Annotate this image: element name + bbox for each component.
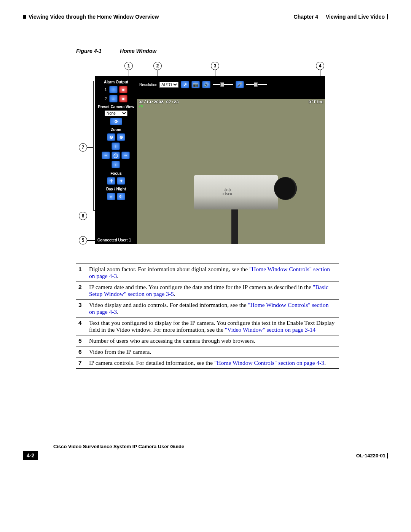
row-description: Video from the IP camera. xyxy=(87,347,339,358)
callout-5: 5 xyxy=(79,236,87,244)
footer-bar xyxy=(387,453,388,459)
zoom-in-icon[interactable]: ⊕ xyxy=(117,133,125,141)
footer-guide-title: Cisco Video Surveillance System IP Camer… xyxy=(23,444,388,449)
video-banner: Office xyxy=(308,100,323,104)
doc-id: OL-14220-01 xyxy=(356,453,386,459)
row-description: IP camera date and time. You configure t… xyxy=(87,282,339,300)
row-description: Text that you configured to display for … xyxy=(87,318,339,335)
daynight-title: Day / Night xyxy=(106,187,126,191)
row-number: 1 xyxy=(76,264,87,282)
row-description: Video display and audio controls. For de… xyxy=(87,300,339,318)
table-row: 5Number of users who are accessing the c… xyxy=(76,335,339,347)
camera-illustration xyxy=(194,175,278,209)
table-row: 6Video from the IP camera. xyxy=(76,347,339,358)
pan-down-icon[interactable]: ↓ xyxy=(112,161,120,168)
cross-reference-link[interactable]: "Home Window Controls" section on page 4… xyxy=(89,302,328,315)
preset-title: Preset Camera View xyxy=(98,105,134,109)
page-footer: Cisco Video Surveillance System IP Camer… xyxy=(23,442,388,460)
callout-7: 7 xyxy=(79,143,87,152)
focus-near-icon[interactable]: ✛ xyxy=(107,177,115,185)
alarm-output-title: Alarm Output xyxy=(104,80,128,84)
alarm2-off[interactable]: ■ xyxy=(119,95,127,102)
callout-3: 3 xyxy=(211,62,219,70)
table-row: 4Text that you configured to display for… xyxy=(76,318,339,335)
callout-1: 1 xyxy=(124,62,133,70)
table-row: 7IP camera controls. For detailed inform… xyxy=(76,358,339,369)
callout-2: 2 xyxy=(153,62,162,70)
figure-label: Figure 4-1 xyxy=(76,48,102,54)
cross-reference-link[interactable]: "Home Window Controls" section on page 4… xyxy=(89,266,330,279)
row-number: 6 xyxy=(76,347,87,358)
night-icon[interactable]: ☾ xyxy=(117,193,125,200)
callout-4: 4 xyxy=(316,62,324,70)
callout-6: 6 xyxy=(79,212,87,220)
focus-title: Focus xyxy=(110,171,121,176)
rotate-icon[interactable]: ⟳ xyxy=(110,118,122,125)
header-chapter: Chapter 4 xyxy=(294,14,319,20)
alarm2-on[interactable]: – xyxy=(109,95,118,102)
row-number: 7 xyxy=(76,358,87,369)
callout-description-table: 1Digital zoom factor. For information ab… xyxy=(76,264,339,369)
row-description: IP camera controls. For detailed informa… xyxy=(87,358,339,369)
zoom-factor-overlay: 2X xyxy=(139,104,143,109)
snapshot-icon[interactable]: 📷 xyxy=(191,81,200,88)
row-number: 3 xyxy=(76,300,87,318)
row-number: 5 xyxy=(76,335,87,347)
header-title: Viewing and Live Video xyxy=(326,14,385,20)
header-bar xyxy=(387,14,388,19)
zoom-title: Zoom xyxy=(111,128,121,132)
focus-far-icon[interactable]: ✦ xyxy=(117,177,125,185)
pan-right-icon[interactable]: → xyxy=(121,152,130,159)
cross-reference-link[interactable]: "Basic Setup Window" section on page 3-5 xyxy=(89,284,328,297)
video-display: 02/13/2008 07:23 2X Office ι|ιι|ιcisco xyxy=(137,99,325,244)
left-control-panel: Alarm Output 1 – ■ 2 – ■ Preset Camera V… xyxy=(95,76,137,244)
camera-mount xyxy=(231,209,238,244)
table-row: 2IP camera date and time. You configure … xyxy=(76,282,339,300)
row-description: Digital zoom factor. For information abo… xyxy=(87,264,339,282)
camera-home-window: Resolution AUTO ⤢ 📷 🔊 🎤 02/13/2008 07:23… xyxy=(95,76,325,244)
pan-left-icon[interactable]: ← xyxy=(102,152,110,159)
table-row: 1Digital zoom factor. For information ab… xyxy=(76,264,339,282)
cross-reference-link[interactable]: "Video Window" section on page 3-14 xyxy=(225,326,316,333)
camera-brand: ι|ιι|ιcisco xyxy=(223,187,233,196)
header-bullet xyxy=(23,15,26,19)
video-timestamp: 02/13/2008 07:23 xyxy=(139,100,179,104)
resolution-label: Resolution xyxy=(139,83,157,87)
volume-slider[interactable] xyxy=(213,84,233,85)
figure-caption: Home Window xyxy=(120,48,156,54)
pan-up-icon[interactable]: ↑ xyxy=(112,142,120,150)
day-icon[interactable]: ☼ xyxy=(107,193,115,200)
figure-home-window: 1 2 3 4 5 6 7 Resolution AUTO ⤢ 📷 🔊 🎤 02… xyxy=(76,59,327,248)
row-number: 4 xyxy=(76,318,87,335)
mic-icon[interactable]: 🎤 xyxy=(236,81,244,88)
row-description: Number of users who are accessing the ca… xyxy=(87,335,339,347)
preset-select[interactable]: None xyxy=(105,110,127,116)
header-left: Viewing Video through the Home Window Ov… xyxy=(29,14,159,20)
mic-slider[interactable] xyxy=(246,84,267,85)
alarm1-off[interactable]: ■ xyxy=(119,86,127,93)
zoom-out-icon[interactable]: ⊖ xyxy=(107,133,115,141)
zoom-icon[interactable]: ⤢ xyxy=(181,81,189,88)
cross-reference-link[interactable]: "Home Window Controls" section on page 4… xyxy=(214,359,324,366)
resolution-select[interactable]: AUTO xyxy=(159,82,178,88)
alarm1-on[interactable]: – xyxy=(109,86,118,93)
page-number: 4-2 xyxy=(23,451,38,460)
table-row: 3Video display and audio controls. For d… xyxy=(76,300,339,318)
connected-users: Connected User: 1 xyxy=(97,238,131,242)
top-toolbar: Resolution AUTO ⤢ 📷 🔊 🎤 xyxy=(137,76,325,93)
row-number: 2 xyxy=(76,282,87,300)
pan-home-icon[interactable]: ◯ xyxy=(112,152,120,159)
lens-illustration xyxy=(274,177,297,200)
speaker-icon[interactable]: 🔊 xyxy=(202,81,210,88)
